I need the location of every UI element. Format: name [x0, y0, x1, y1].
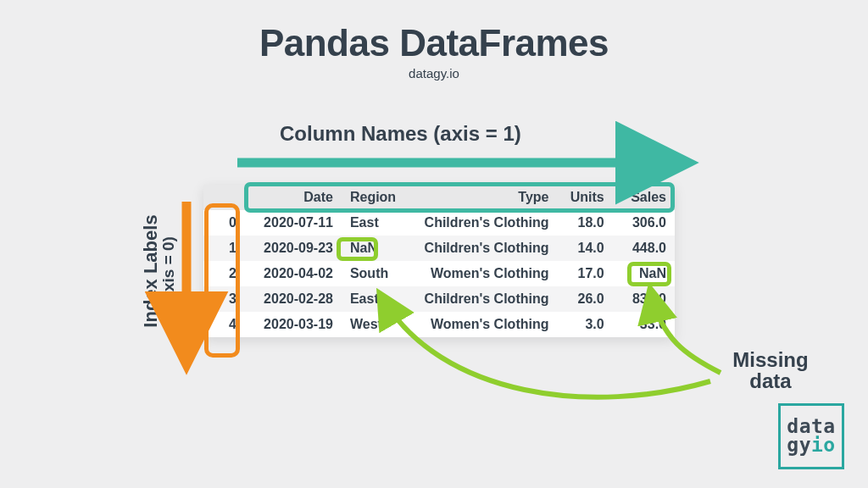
index-cell: 1	[203, 236, 245, 261]
col-header-type: Type	[410, 185, 557, 210]
index-axis-label-line1: Index Labels	[140, 214, 161, 327]
col-header-sales: Sales	[613, 185, 675, 210]
table-row: 1 2020-09-23 NaN Children's Clothing 14.…	[203, 236, 675, 261]
cell-type: Children's Clothing	[410, 286, 557, 312]
page-subtitle: datagy.io	[0, 66, 868, 80]
cell-date: 2020-04-02	[245, 261, 342, 286]
dataframe-table-wrap: Date Region Type Units Sales 0 2020-07-1…	[203, 185, 675, 337]
index-cell: 2	[203, 261, 245, 286]
cell-type: Children's Clothing	[410, 210, 557, 236]
col-header-units: Units	[557, 185, 612, 210]
cell-region: South	[342, 261, 410, 286]
cell-date: 2020-09-23	[245, 236, 342, 261]
cell-date: 2020-07-11	[245, 210, 342, 236]
col-header-region: Region	[342, 185, 410, 210]
cell-type: Women's Clothing	[410, 261, 557, 286]
cell-sales: 448.0	[613, 236, 675, 261]
table-row: 4 2020-03-19 West Women's Clothing 3.0 3…	[203, 312, 675, 337]
index-axis-label: Index Labels (axis = 0)	[141, 195, 177, 347]
index-axis-label-line2: (axis = 0)	[160, 195, 177, 347]
cell-sales: NaN	[613, 261, 675, 286]
cell-type: Children's Clothing	[410, 236, 557, 261]
missing-data-label: Missing data	[707, 349, 834, 391]
cell-region: East	[342, 210, 410, 236]
cell-units: 18.0	[557, 210, 612, 236]
index-cell: 4	[203, 312, 245, 337]
table-row: 2 2020-04-02 South Women's Clothing 17.0…	[203, 261, 675, 286]
cell-region: NaN	[342, 236, 410, 261]
cell-units: 3.0	[557, 312, 612, 337]
logo-line2: gyio	[787, 436, 835, 455]
cell-sales: 33.0	[613, 312, 675, 337]
cell-units: 17.0	[557, 261, 612, 286]
cell-units: 14.0	[557, 236, 612, 261]
table-row: 0 2020-07-11 East Children's Clothing 18…	[203, 210, 675, 236]
index-cell: 3	[203, 286, 245, 312]
cell-sales: 306.0	[613, 210, 675, 236]
cell-region: East	[342, 286, 410, 312]
cell-units: 26.0	[557, 286, 612, 312]
cell-type: Women's Clothing	[410, 312, 557, 337]
dataframe-table: Date Region Type Units Sales 0 2020-07-1…	[203, 185, 675, 337]
col-header-date: Date	[245, 185, 342, 210]
index-cell: 0	[203, 210, 245, 236]
cell-sales: 832.0	[613, 286, 675, 312]
cell-date: 2020-03-19	[245, 312, 342, 337]
table-row: 3 2020-02-28 East Children's Clothing 26…	[203, 286, 675, 312]
corner-cell	[203, 185, 245, 210]
columns-axis-label: Column Names (axis = 1)	[280, 122, 521, 146]
cell-region: West	[342, 312, 410, 337]
page-title: Pandas DataFrames	[0, 0, 868, 64]
datagy-logo: data gyio	[778, 403, 844, 469]
header-row: Date Region Type Units Sales	[203, 185, 675, 210]
cell-date: 2020-02-28	[245, 286, 342, 312]
